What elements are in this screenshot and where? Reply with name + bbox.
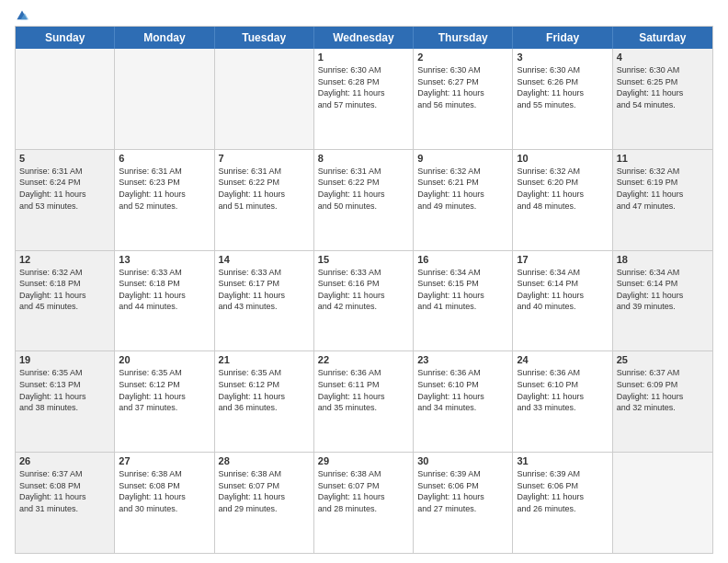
header	[15, 9, 713, 20]
calendar-cell: 14Sunrise: 6:33 AMSunset: 6:17 PMDayligh…	[215, 251, 314, 351]
cell-info: Sunrise: 6:35 AMSunset: 6:12 PMDaylight:…	[219, 367, 310, 413]
calendar-row: 26Sunrise: 6:37 AMSunset: 6:08 PMDayligh…	[16, 453, 712, 553]
cell-info: Sunrise: 6:34 AMSunset: 6:14 PMDaylight:…	[617, 267, 709, 313]
day-number: 1	[318, 52, 409, 63]
day-number: 28	[219, 455, 310, 466]
cell-info: Sunrise: 6:31 AMSunset: 6:22 PMDaylight:…	[219, 166, 310, 212]
calendar-cell: 12Sunrise: 6:32 AMSunset: 6:18 PMDayligh…	[16, 251, 115, 351]
calendar-cell: 16Sunrise: 6:34 AMSunset: 6:15 PMDayligh…	[414, 251, 513, 351]
day-number: 29	[318, 455, 409, 466]
calendar-cell: 25Sunrise: 6:37 AMSunset: 6:09 PMDayligh…	[613, 351, 712, 452]
calendar-header-cell: Saturday	[613, 27, 712, 49]
calendar-cell: 20Sunrise: 6:35 AMSunset: 6:12 PMDayligh…	[115, 351, 214, 452]
cell-info: Sunrise: 6:37 AMSunset: 6:08 PMDaylight:…	[19, 468, 110, 514]
day-number: 6	[119, 153, 210, 164]
cell-info: Sunrise: 6:33 AMSunset: 6:18 PMDaylight:…	[119, 267, 210, 313]
day-number: 7	[219, 153, 310, 164]
cell-info: Sunrise: 6:39 AMSunset: 6:06 PMDaylight:…	[417, 468, 508, 514]
calendar-header-cell: Tuesday	[215, 27, 314, 49]
day-number: 4	[617, 52, 709, 63]
cell-info: Sunrise: 6:38 AMSunset: 6:08 PMDaylight:…	[119, 468, 210, 514]
calendar-cell: 23Sunrise: 6:36 AMSunset: 6:10 PMDayligh…	[414, 351, 513, 452]
cell-info: Sunrise: 6:36 AMSunset: 6:10 PMDaylight:…	[517, 367, 608, 413]
calendar-cell: 4Sunrise: 6:30 AMSunset: 6:25 PMDaylight…	[613, 49, 712, 149]
calendar-header-cell: Thursday	[414, 27, 513, 49]
day-number: 27	[119, 455, 210, 466]
day-number: 8	[318, 153, 409, 164]
calendar-cell: 26Sunrise: 6:37 AMSunset: 6:08 PMDayligh…	[16, 453, 115, 553]
cell-info: Sunrise: 6:30 AMSunset: 6:26 PMDaylight:…	[517, 64, 608, 110]
calendar-cell: 18Sunrise: 6:34 AMSunset: 6:14 PMDayligh…	[613, 251, 712, 351]
calendar-row: 19Sunrise: 6:35 AMSunset: 6:13 PMDayligh…	[16, 351, 712, 453]
calendar-cell: 29Sunrise: 6:38 AMSunset: 6:07 PMDayligh…	[314, 453, 414, 553]
cell-info: Sunrise: 6:32 AMSunset: 6:20 PMDaylight:…	[517, 166, 608, 212]
cell-info: Sunrise: 6:30 AMSunset: 6:27 PMDaylight:…	[417, 64, 508, 110]
calendar-cell: 7Sunrise: 6:31 AMSunset: 6:22 PMDaylight…	[215, 150, 314, 250]
calendar-cell: 28Sunrise: 6:38 AMSunset: 6:07 PMDayligh…	[215, 453, 314, 553]
calendar-cell: 3Sunrise: 6:30 AMSunset: 6:26 PMDaylight…	[513, 49, 612, 149]
calendar-cell: 27Sunrise: 6:38 AMSunset: 6:08 PMDayligh…	[115, 453, 214, 553]
calendar-cell: 5Sunrise: 6:31 AMSunset: 6:24 PMDaylight…	[16, 150, 115, 250]
calendar-cell: 17Sunrise: 6:34 AMSunset: 6:14 PMDayligh…	[513, 251, 612, 351]
calendar: SundayMondayTuesdayWednesdayThursdayFrid…	[15, 26, 713, 554]
day-number: 31	[517, 455, 608, 466]
cell-info: Sunrise: 6:31 AMSunset: 6:23 PMDaylight:…	[119, 166, 210, 212]
day-number: 17	[517, 254, 608, 265]
cell-info: Sunrise: 6:39 AMSunset: 6:06 PMDaylight:…	[517, 468, 608, 514]
day-number: 5	[19, 153, 110, 164]
calendar-cell: 8Sunrise: 6:31 AMSunset: 6:22 PMDaylight…	[314, 150, 414, 250]
calendar-cell: 10Sunrise: 6:32 AMSunset: 6:20 PMDayligh…	[513, 150, 612, 250]
cell-info: Sunrise: 6:35 AMSunset: 6:12 PMDaylight:…	[119, 367, 210, 413]
calendar-cell	[215, 49, 314, 149]
day-number: 30	[417, 455, 508, 466]
cell-info: Sunrise: 6:31 AMSunset: 6:24 PMDaylight:…	[19, 166, 110, 212]
day-number: 23	[417, 354, 508, 365]
day-number: 2	[417, 52, 508, 63]
cell-info: Sunrise: 6:35 AMSunset: 6:13 PMDaylight:…	[19, 367, 110, 413]
cell-info: Sunrise: 6:33 AMSunset: 6:17 PMDaylight:…	[219, 267, 310, 313]
calendar-row: 12Sunrise: 6:32 AMSunset: 6:18 PMDayligh…	[16, 251, 712, 352]
calendar-cell: 24Sunrise: 6:36 AMSunset: 6:10 PMDayligh…	[513, 351, 612, 452]
day-number: 11	[617, 153, 709, 164]
cell-info: Sunrise: 6:32 AMSunset: 6:21 PMDaylight:…	[417, 166, 508, 212]
day-number: 19	[19, 354, 110, 365]
calendar-cell: 19Sunrise: 6:35 AMSunset: 6:13 PMDayligh…	[16, 351, 115, 452]
calendar-cell: 30Sunrise: 6:39 AMSunset: 6:06 PMDayligh…	[414, 453, 513, 553]
cell-info: Sunrise: 6:32 AMSunset: 6:18 PMDaylight:…	[19, 267, 110, 313]
calendar-cell: 13Sunrise: 6:33 AMSunset: 6:18 PMDayligh…	[115, 251, 214, 351]
day-number: 21	[219, 354, 310, 365]
calendar-cell: 6Sunrise: 6:31 AMSunset: 6:23 PMDaylight…	[115, 150, 214, 250]
day-number: 20	[119, 354, 210, 365]
calendar-cell	[16, 49, 115, 149]
calendar-row: 1Sunrise: 6:30 AMSunset: 6:28 PMDaylight…	[16, 49, 712, 150]
cell-info: Sunrise: 6:31 AMSunset: 6:22 PMDaylight:…	[318, 166, 409, 212]
calendar-header-row: SundayMondayTuesdayWednesdayThursdayFrid…	[16, 27, 712, 49]
cell-info: Sunrise: 6:38 AMSunset: 6:07 PMDaylight:…	[219, 468, 310, 514]
day-number: 15	[318, 254, 409, 265]
calendar-cell: 2Sunrise: 6:30 AMSunset: 6:27 PMDaylight…	[414, 49, 513, 149]
day-number: 12	[19, 254, 110, 265]
cell-info: Sunrise: 6:34 AMSunset: 6:15 PMDaylight:…	[417, 267, 508, 313]
calendar-header-cell: Wednesday	[314, 27, 414, 49]
day-number: 24	[517, 354, 608, 365]
calendar-cell: 22Sunrise: 6:36 AMSunset: 6:11 PMDayligh…	[314, 351, 414, 452]
page: SundayMondayTuesdayWednesdayThursdayFrid…	[0, 0, 728, 563]
calendar-header-cell: Monday	[115, 27, 214, 49]
calendar-cell: 9Sunrise: 6:32 AMSunset: 6:21 PMDaylight…	[414, 150, 513, 250]
day-number: 26	[19, 455, 110, 466]
cell-info: Sunrise: 6:30 AMSunset: 6:25 PMDaylight:…	[617, 64, 709, 110]
day-number: 9	[417, 153, 508, 164]
logo-icon	[16, 9, 28, 22]
calendar-cell: 21Sunrise: 6:35 AMSunset: 6:12 PMDayligh…	[215, 351, 314, 452]
day-number: 3	[517, 52, 608, 63]
calendar-cell	[115, 49, 214, 149]
cell-info: Sunrise: 6:33 AMSunset: 6:16 PMDaylight:…	[318, 267, 409, 313]
day-number: 14	[219, 254, 310, 265]
calendar-cell: 1Sunrise: 6:30 AMSunset: 6:28 PMDaylight…	[314, 49, 414, 149]
calendar-cell: 31Sunrise: 6:39 AMSunset: 6:06 PMDayligh…	[513, 453, 612, 553]
day-number: 16	[417, 254, 508, 265]
day-number: 13	[119, 254, 210, 265]
day-number: 18	[617, 254, 709, 265]
calendar-cell	[613, 453, 712, 553]
calendar-header-cell: Friday	[513, 27, 612, 49]
